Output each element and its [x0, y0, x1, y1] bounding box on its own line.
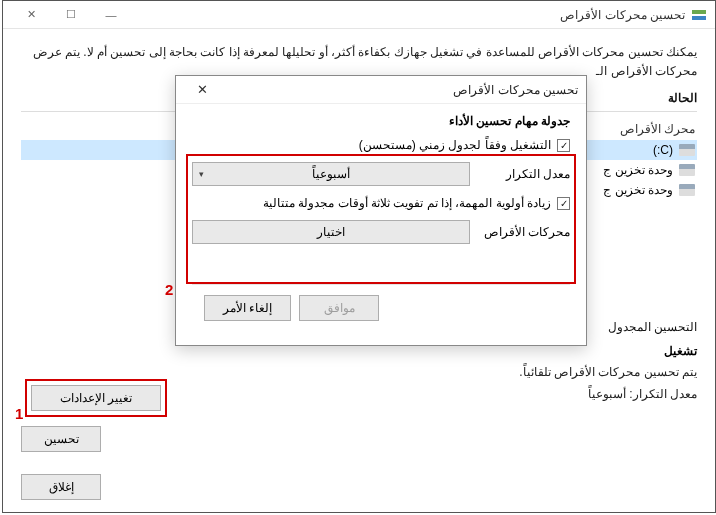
- schedule-status-label: تشغيل: [21, 344, 697, 358]
- frequency-label: معدل التكرار: [470, 167, 570, 181]
- main-window: تحسين محركات الأقراص — ☐ ✕ يمكنك تحسين م…: [2, 0, 716, 513]
- optimize-button[interactable]: تحسين: [21, 426, 101, 452]
- checkbox-checked-icon: ✓: [557, 197, 570, 210]
- drive-icon: [679, 144, 695, 156]
- drive-name: (C:): [653, 143, 673, 157]
- run-schedule-checkbox-row[interactable]: ✓ التشغيل وفقاً لجدول زمني (مستحسن): [192, 138, 570, 152]
- dialog-titlebar: تحسين محركات الأقراص ✕: [176, 76, 586, 104]
- maximize-button[interactable]: ☐: [51, 2, 91, 28]
- dialog-actions: إلغاء الأمر موافق: [192, 284, 570, 331]
- svg-rect-0: [692, 10, 706, 14]
- annotation-2: 2: [165, 281, 173, 298]
- drives-choose-label: محركات الأقراص: [470, 225, 570, 239]
- choose-drives-button[interactable]: اختيار: [192, 220, 470, 244]
- priority-label: زيادة أولوية المهمة، إذا تم تفويت ثلاثة …: [263, 196, 551, 210]
- annotation-box-1: تغيير الإعدادات: [25, 379, 167, 417]
- dialog-section-title: جدولة مهام تحسين الأداء: [192, 114, 570, 128]
- chevron-down-icon: ▾: [199, 169, 204, 179]
- titlebar: تحسين محركات الأقراص — ☐ ✕: [3, 1, 715, 29]
- run-schedule-label: التشغيل وفقاً لجدول زمني (مستحسن): [359, 138, 551, 152]
- drive-icon: [679, 164, 695, 176]
- dialog-title: تحسين محركات الأقراص: [220, 83, 578, 97]
- dialog-close-button[interactable]: ✕: [184, 78, 220, 102]
- change-settings-button[interactable]: تغيير الإعدادات: [31, 385, 161, 411]
- svg-rect-1: [692, 16, 706, 20]
- schedule-dialog: تحسين محركات الأقراص ✕ جدولة مهام تحسين …: [175, 75, 587, 346]
- window-title: تحسين محركات الأقراص: [560, 8, 685, 22]
- close-main-button[interactable]: إغلاق: [21, 474, 101, 500]
- drives-choose-row: محركات الأقراص اختيار: [192, 220, 570, 244]
- cancel-button[interactable]: إلغاء الأمر: [204, 295, 291, 321]
- ok-button[interactable]: موافق: [299, 295, 379, 321]
- close-button[interactable]: ✕: [11, 2, 51, 28]
- app-icon: [691, 7, 707, 23]
- checkbox-checked-icon: ✓: [557, 139, 570, 152]
- drive-name: وحدة تخزين ج: [603, 183, 673, 197]
- minimize-button[interactable]: —: [91, 2, 131, 28]
- annotation-1: 1: [15, 405, 23, 422]
- drive-name: وحدة تخزين ج: [603, 163, 673, 177]
- priority-checkbox-row[interactable]: ✓ زيادة أولوية المهمة، إذا تم تفويت ثلاث…: [192, 196, 570, 210]
- frequency-row: معدل التكرار أسبوعياً ▾: [192, 162, 570, 186]
- drive-icon: [679, 184, 695, 196]
- frequency-value: أسبوعياً: [312, 167, 350, 181]
- frequency-dropdown[interactable]: أسبوعياً ▾: [192, 162, 470, 186]
